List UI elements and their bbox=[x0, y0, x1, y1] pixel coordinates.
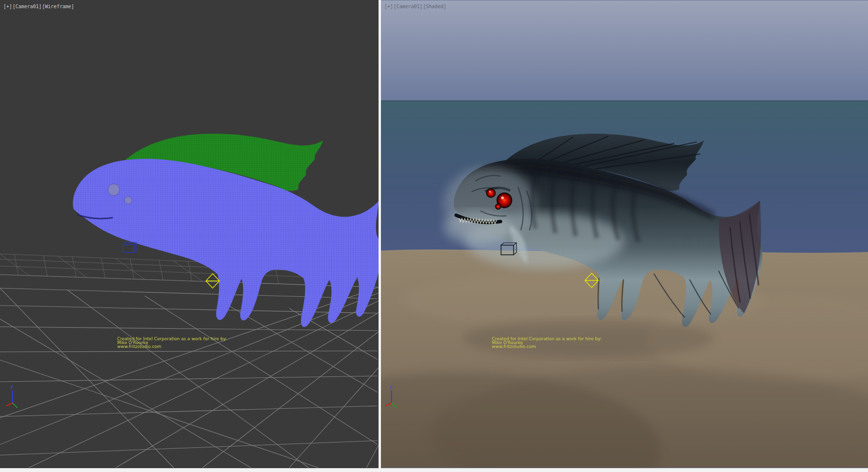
sky bbox=[381, 0, 868, 100]
viewport-camera01-wireframe[interactable]: [+][Camera01][Wireframe] bbox=[0, 0, 379, 468]
viewport-menu-shading[interactable]: [Wireframe] bbox=[42, 4, 74, 9]
watermark-text: Created for Intel Corporation as a work … bbox=[492, 337, 601, 348]
viewport-menu-general[interactable]: [+] bbox=[384, 4, 393, 9]
viewport-label: [+][Camera01][Shaded] bbox=[384, 4, 447, 9]
fish-eyespot bbox=[124, 196, 132, 204]
viewport-menu-camera[interactable]: [Camera01] bbox=[13, 4, 42, 9]
viewport-camera01-shaded[interactable]: [+][Camera01][Shaded] bbox=[381, 0, 868, 468]
wireframe-scene[interactable]: z bbox=[0, 0, 379, 468]
viewport-menu-shading[interactable]: [Shaded] bbox=[423, 4, 447, 9]
axis-z-label: z bbox=[389, 384, 393, 390]
viewport-label: [+][Camera01][Wireframe] bbox=[3, 4, 75, 9]
viewport-menu-general[interactable]: [+] bbox=[3, 4, 13, 9]
shaded-scene[interactable]: z bbox=[381, 0, 868, 468]
fish-eyespot bbox=[108, 184, 120, 195]
axis-z-label: z bbox=[10, 384, 14, 390]
horizon-line bbox=[381, 100, 868, 101]
watermark-text: Created for Intel Corporation as a work … bbox=[117, 337, 227, 348]
viewport-menu-camera[interactable]: [Camera01] bbox=[393, 4, 423, 9]
